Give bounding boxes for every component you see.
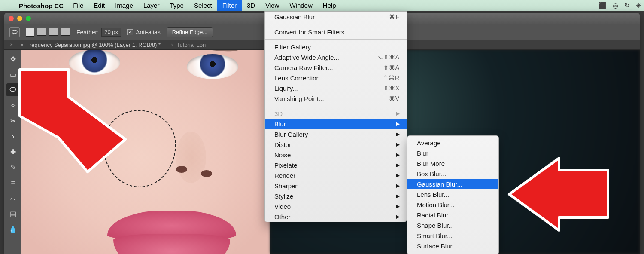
submenu-shape-blur[interactable]: Shape Blur... [407,220,498,230]
swatch-mask2[interactable] [49,28,58,36]
tool-brush[interactable]: ✎ [6,161,19,174]
feather-control: Feather: 20 px [76,28,121,37]
submenu-surface-blur[interactable]: Surface Blur... [407,241,498,251]
tab-frequency-separation[interactable]: × Frequency Separation.jpg @ 100% (Layer… [15,40,166,50]
menuitem-filter-gallery[interactable]: Filter Gallery... [265,42,407,52]
menu-file[interactable]: File [68,0,88,11]
submenu-radial-blur[interactable]: Radial Blur... [407,210,498,220]
clone-icon: ⌗ [11,179,15,187]
submenu-gaussian-blur[interactable]: Gaussian Blur... [407,179,498,189]
menu-image[interactable]: Image [110,0,138,11]
feather-input[interactable]: 20 px [101,28,121,37]
creative-cloud-icon[interactable]: ◎ [613,2,618,9]
tab-label: Frequency Separation.jpg @ 100% (Layer 1… [26,40,161,50]
menuitem-render[interactable]: Render▶ [265,170,407,181]
brush-icon: ✎ [10,163,16,171]
menuitem-lens-correction[interactable]: Lens Correction...⇧⌘R [265,73,407,83]
menu-extra-icon[interactable]: ✳ [636,2,641,9]
blur-icon: 💧 [9,225,17,233]
submenu-smart-blur[interactable]: Smart Blur... [407,230,498,241]
traffic-lights[interactable] [4,16,31,21]
menuitem-adaptive-wide-angle[interactable]: Adaptive Wide Angle...⌥⇧⌘A [265,52,407,62]
app-name[interactable]: Photoshop CC [15,2,68,9]
menuitem-other[interactable]: Other▶ [265,211,407,222]
eraser-icon: ▱ [10,194,15,202]
feather-label: Feather: [76,29,99,36]
menuitem-gaussian-blur[interactable]: Gaussian Blur⌘F [265,12,407,22]
crop-icon: ✂ [10,117,16,125]
tool-move[interactable]: ✥ [6,52,19,65]
tool-rect-marquee[interactable]: ▭ [6,68,19,81]
svg-point-0 [12,30,17,34]
close-tab-icon[interactable]: × [21,40,24,50]
checkbox-icon: ✓ [127,29,133,35]
menuitem-noise[interactable]: Noise▶ [265,150,407,160]
close-icon[interactable] [9,16,14,21]
tool-lasso[interactable] [6,83,19,96]
svg-point-2 [10,87,16,91]
menu-window[interactable]: Window [284,0,317,11]
svg-point-3 [11,91,12,92]
tool-panel: ✥▭✧✂𐑪✚✎⌗▱▤💧 [4,50,21,254]
submenu-motion-blur[interactable]: Motion Blur... [407,199,498,210]
swatch-mask1[interactable] [37,28,46,36]
anti-alias-label: Anti-alias [136,29,161,36]
zoom-icon[interactable] [26,16,31,21]
submenu-blur-more[interactable]: Blur More [407,158,498,168]
mode-swatches[interactable] [26,28,70,37]
tool-crop[interactable]: ✂ [6,114,19,127]
menuitem-blur[interactable]: Blur▶ [265,119,407,129]
menuitem-3d: 3D▶ [265,108,407,119]
menuitem-camera-raw-filter[interactable]: Camera Raw Filter...⇧⌘A [265,62,407,73]
menu-help[interactable]: Help [318,0,341,11]
filter-menu: Gaussian Blur⌘FConvert for Smart Filters… [264,11,407,222]
minimize-icon[interactable] [17,16,22,21]
sync-icon[interactable]: ↻ [624,2,630,9]
tab-tutorial[interactable]: × Tutorial Lon [166,40,211,50]
eyedropper-icon: 𐑪 [11,132,15,140]
submenu-average[interactable]: Average [407,138,498,148]
menu-layer[interactable]: Layer [138,0,165,11]
menu-view[interactable]: View [260,0,284,11]
blur-submenu: AverageBlurBlur MoreBox Blur...Gaussian … [407,135,499,254]
menuitem-vanishing-point[interactable]: Vanishing Point...⌘V [265,93,407,104]
menu-edit[interactable]: Edit [88,0,110,11]
tool-healing[interactable]: ✚ [6,145,19,158]
swatch-mask3[interactable] [61,28,70,36]
menuitem-blur-gallery[interactable]: Blur Gallery▶ [265,129,407,139]
active-tool-indicator[interactable] [9,27,20,37]
chevron-icon[interactable]: » [10,42,13,47]
tool-blur[interactable]: 💧 [6,223,19,236]
rect-marquee-icon: ▭ [10,70,16,79]
submenu-box-blur[interactable]: Box Blur... [407,168,498,179]
menuitem-sharpen[interactable]: Sharpen▶ [265,181,407,191]
menu-type[interactable]: Type [164,0,189,11]
menuitem-liquify[interactable]: Liquify...⇧⌘X [265,83,407,93]
anti-alias-checkbox[interactable]: ✓ Anti-alias [127,29,161,36]
tool-magic-wand[interactable]: ✧ [6,99,19,112]
menu-3d[interactable]: 3D [242,0,260,11]
submenu-blur[interactable]: Blur [407,148,498,158]
tool-eyedropper[interactable]: 𐑪 [6,130,19,143]
svg-point-1 [13,33,14,34]
menuitem-convert-for-smart-filters[interactable]: Convert for Smart Filters [265,27,407,37]
close-tab-icon[interactable]: × [171,40,174,50]
menubar-extras: ⬛ ◎ ↻ ✳ [598,0,641,11]
menuitem-pixelate[interactable]: Pixelate▶ [265,160,407,170]
tab-label: Tutorial Lon [176,40,206,50]
lasso-icon [11,29,18,36]
menuitem-stylize[interactable]: Stylize▶ [265,191,407,201]
submenu-lens-blur[interactable]: Lens Blur... [407,189,498,199]
menuitem-distort[interactable]: Distort▶ [265,139,407,150]
menu-select[interactable]: Select [189,0,217,11]
menu-filter[interactable]: Filter [217,0,242,11]
menuitem-video[interactable]: Video▶ [265,201,407,211]
tool-clone[interactable]: ⌗ [6,176,19,189]
magic-wand-icon: ✧ [10,101,16,110]
gradient-icon: ▤ [10,210,16,218]
swatch-fgbg[interactable] [26,28,34,37]
refine-edge-button[interactable]: Refine Edge... [167,27,213,37]
tool-gradient[interactable]: ▤ [6,207,19,220]
dropbox-icon[interactable]: ⬛ [598,2,607,9]
tool-eraser[interactable]: ▱ [6,192,19,205]
